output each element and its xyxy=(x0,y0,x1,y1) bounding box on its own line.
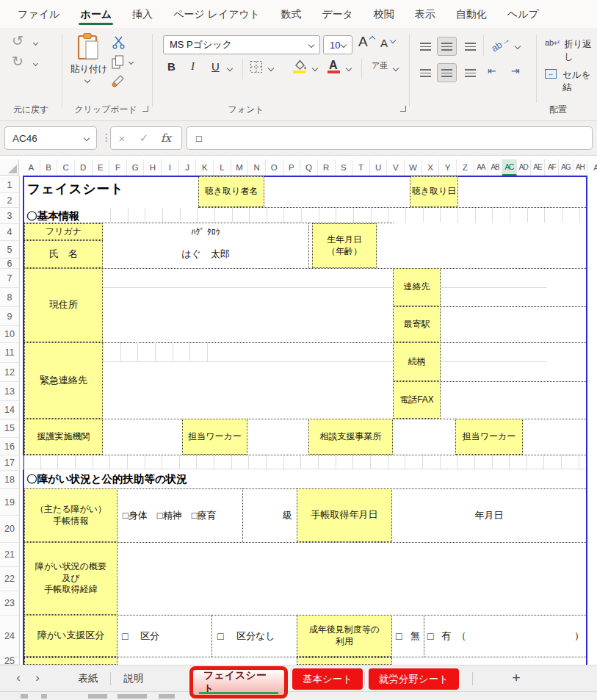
copy-chevron-icon[interactable] xyxy=(129,59,134,65)
grow-font-icon[interactable]: A xyxy=(358,34,368,50)
menu-tab-automate[interactable]: 自動化 xyxy=(446,0,497,28)
support-option-1[interactable]: 区分 xyxy=(140,615,159,657)
cell-name-label[interactable]: 氏 名 xyxy=(24,240,103,268)
column-header-P[interactable]: P xyxy=(283,159,301,176)
menu-tab-help[interactable]: ヘルプ xyxy=(497,0,549,28)
row-header-10[interactable]: 10 xyxy=(0,326,19,343)
align-center-icon[interactable] xyxy=(437,63,457,82)
guardian-option-yes[interactable]: 有 xyxy=(441,615,451,657)
column-header-M[interactable]: M xyxy=(231,159,249,176)
column-header-Q[interactable]: Q xyxy=(300,159,318,176)
column-header-A[interactable]: A xyxy=(23,159,40,176)
cell-telfax-label[interactable]: 電話FAX xyxy=(393,381,441,419)
row-header-4[interactable]: 4 xyxy=(0,224,19,241)
column-header-X[interactable]: X xyxy=(422,159,440,176)
row-header-7[interactable]: 7 xyxy=(0,269,19,288)
row-header-17[interactable]: 17 xyxy=(0,455,19,471)
paste-label[interactable]: 貼り付け xyxy=(70,63,108,76)
row-header-2[interactable]: 2 xyxy=(0,193,19,208)
prev-sheet-icon[interactable]: ‹ xyxy=(10,665,26,692)
row-header-20[interactable]: 20 xyxy=(0,516,19,543)
cell-relation-label[interactable]: 続柄 xyxy=(393,342,441,381)
font-name-combo[interactable]: MS Pゴシック xyxy=(163,35,320,54)
column-header-V[interactable]: V xyxy=(387,159,405,176)
cell-consult-office-label[interactable]: 相談支援事業所 xyxy=(308,419,393,455)
cell-handbook-date-value[interactable]: 年月日 xyxy=(392,488,586,542)
row-header-9[interactable]: 9 xyxy=(0,307,19,326)
menu-tab-review[interactable]: 校閲 xyxy=(363,0,405,28)
column-header-O[interactable]: O xyxy=(266,159,283,176)
paste-icon[interactable] xyxy=(76,32,100,60)
row-header-5[interactable]: 5 xyxy=(0,241,19,259)
sheet-grid[interactable]: 1234567891011121314151617181920212223242… xyxy=(0,176,597,665)
redo-chevron-icon[interactable] xyxy=(33,61,38,66)
cell-emergency-label[interactable]: 緊急連絡先 xyxy=(24,342,103,419)
menu-tab-home[interactable]: ホーム xyxy=(70,0,122,28)
cell-support-category-label[interactable]: 障がい支援区分 xyxy=(24,615,117,657)
undo-chevron-icon[interactable] xyxy=(33,40,38,46)
cell-worker2-label[interactable]: 担当ワーカー xyxy=(455,419,523,455)
column-header-S[interactable]: S xyxy=(336,159,353,176)
underline-chevron-icon[interactable] xyxy=(227,65,233,71)
row-header-16[interactable]: 16 xyxy=(0,438,19,455)
column-header-AI[interactable]: AI xyxy=(587,159,597,176)
font-size-combo[interactable]: 10 xyxy=(323,35,352,54)
enter-icon[interactable]: ✓ xyxy=(133,131,155,145)
redo-icon[interactable]: ↻ xyxy=(12,53,23,70)
column-header-AF[interactable]: AF xyxy=(545,159,559,176)
cell-listener-name-label[interactable]: 聴き取り者名 xyxy=(198,176,264,207)
row-header-25[interactable]: 25 xyxy=(0,657,19,665)
add-sheet-icon[interactable]: + xyxy=(505,665,527,692)
cut-icon[interactable] xyxy=(112,35,126,49)
guardian-option-no[interactable]: 無 xyxy=(410,615,420,657)
column-header-AH[interactable]: AH xyxy=(574,159,587,176)
sheet-tab-employment[interactable]: 就労分野シート xyxy=(369,668,459,690)
name-box[interactable]: AC46 xyxy=(4,126,97,150)
guardian-checkbox-yes[interactable]: □ xyxy=(427,615,433,657)
fill-color-chevron-icon[interactable] xyxy=(312,65,318,71)
support-checkbox-1[interactable]: □ xyxy=(122,615,128,657)
row-header-21[interactable]: 21 xyxy=(0,543,19,567)
section-disability[interactable]: 〇障がい状況と公的扶助等の状況 xyxy=(26,472,187,486)
column-header-AA[interactable]: AA xyxy=(474,159,488,176)
section-basic-info[interactable]: 〇基本情報 xyxy=(26,209,80,223)
column-header-R[interactable]: R xyxy=(318,159,336,176)
merge-cells-icon[interactable]: ↔ xyxy=(545,69,557,79)
column-header-F[interactable]: F xyxy=(109,159,127,176)
orientation-chevron-icon[interactable] xyxy=(515,43,521,49)
align-right-icon[interactable] xyxy=(460,63,480,82)
row-header-15[interactable]: 15 xyxy=(0,419,19,438)
column-header-AC[interactable]: AC xyxy=(502,159,516,176)
sheet-tab-cover[interactable]: 表紙 xyxy=(70,665,106,692)
sheet-tab-facesheet-active[interactable]: フェイスシート xyxy=(193,669,284,696)
font-name-chevron-icon[interactable] xyxy=(308,42,314,48)
align-middle-icon[interactable] xyxy=(437,37,457,56)
row-header-23[interactable]: 23 xyxy=(0,591,19,616)
cell-address-label[interactable]: 現住所 xyxy=(24,268,103,342)
column-header-Z[interactable]: Z xyxy=(457,159,474,176)
cell-furigana-value[interactable]: ﾊｸﾞ ﾀﾛｳ xyxy=(103,223,308,240)
column-header-AG[interactable]: AG xyxy=(559,159,573,176)
align-bottom-icon[interactable] xyxy=(460,37,480,56)
row-header-18[interactable]: 18 xyxy=(0,471,19,489)
column-header-G[interactable]: G xyxy=(127,159,145,176)
support-option-2[interactable]: 区分なし xyxy=(236,615,275,657)
menu-tab-file[interactable]: ファイル xyxy=(7,0,70,28)
row-header-12[interactable]: 12 xyxy=(0,363,19,382)
support-checkbox-2[interactable]: □ xyxy=(217,615,223,657)
underline-icon[interactable]: U xyxy=(211,60,220,73)
undo-icon[interactable]: ↺ xyxy=(12,32,23,49)
column-header-I[interactable]: I xyxy=(162,159,179,176)
column-header-E[interactable]: E xyxy=(93,159,110,176)
column-header-AD[interactable]: AD xyxy=(517,159,531,176)
italic-icon[interactable]: I xyxy=(191,60,195,73)
merge-cells-label[interactable]: セルを結 xyxy=(562,69,597,94)
row-header-1[interactable]: 1 xyxy=(0,177,19,193)
guardian-checkbox-no[interactable]: □ xyxy=(396,615,402,657)
select-all-corner[interactable] xyxy=(0,159,19,176)
wrap-text-label[interactable]: 折り返し xyxy=(564,38,597,63)
font-color-chevron-icon[interactable] xyxy=(346,65,352,71)
copy-icon[interactable] xyxy=(112,55,124,69)
cell-title[interactable]: フェイスシート xyxy=(27,180,124,198)
menu-tab-data[interactable]: データ xyxy=(311,0,363,28)
